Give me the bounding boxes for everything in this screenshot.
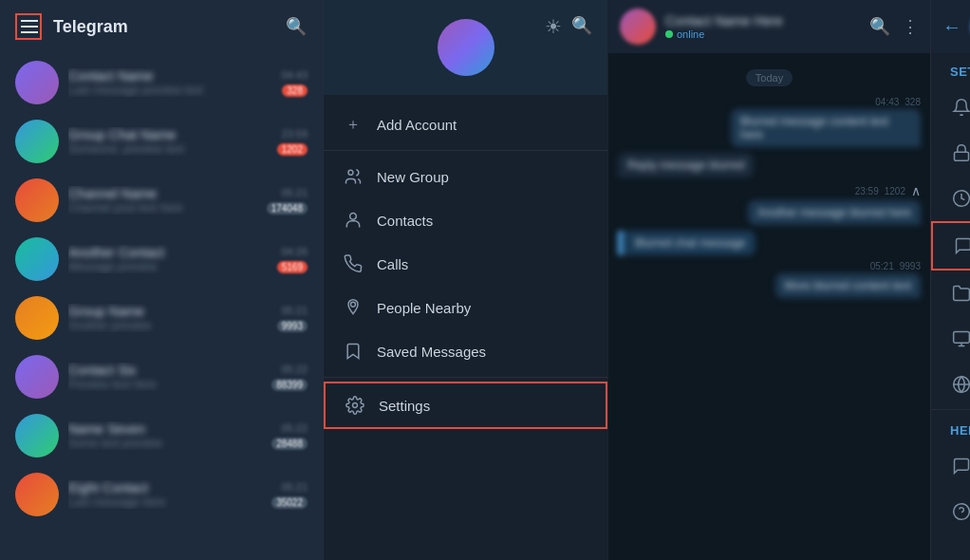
list-item[interactable]: Group Chat Name Someone: preview text 23…: [0, 112, 323, 171]
settings-item-folders[interactable]: Folders: [931, 271, 970, 316]
list-item[interactable]: Another Contact Message preview 04:26 51…: [0, 230, 323, 289]
chat-badge: 28488: [271, 438, 308, 450]
settings-section-title: Settings: [931, 53, 970, 84]
message-bubble-out: More blurred content text: [775, 273, 921, 298]
list-item[interactable]: Contact Six Preview text here 05:22 8839…: [0, 347, 323, 406]
brightness-icon[interactable]: ☀: [545, 15, 562, 38]
search-icon[interactable]: 🔍: [869, 16, 890, 37]
menu-item-add-account[interactable]: ＋ Add Account: [324, 103, 607, 146]
hamburger-line-2: [21, 26, 38, 28]
menu-item-label: Add Account: [377, 117, 457, 133]
chat-settings-icon: [952, 234, 970, 257]
menu-item-people-nearby[interactable]: People Nearby: [324, 286, 607, 329]
menu-item-settings[interactable]: Settings: [324, 382, 607, 429]
chat-badge: 174048: [267, 202, 308, 215]
list-item[interactable]: Eight Contact Last message here 05:21 35…: [0, 465, 323, 524]
settings-item-language[interactable]: Language: [931, 362, 970, 407]
menu-item-new-group[interactable]: New Group: [324, 155, 607, 198]
chat-name: Another Contact: [68, 245, 268, 260]
chat-meta: 04:26 5169: [277, 246, 308, 273]
settings-gear-icon: [345, 395, 365, 416]
message-bubble-out: Blurred message content text here: [731, 109, 921, 147]
message-bubble-out: Another message blurred here: [748, 200, 921, 225]
settings-item-ask-question[interactable]: Ask a Question: [931, 443, 970, 489]
panel4-header: ← Username Here 🔍 ⋮: [931, 0, 970, 53]
message-text: More blurred content text: [785, 279, 911, 292]
chat-meta: 05:22 28488: [271, 422, 308, 450]
chat-meta: 04:43 328: [281, 69, 308, 97]
folders-icon: [950, 282, 970, 305]
chat-preview: Channel post text here: [68, 201, 257, 215]
menu-item-label: People Nearby: [377, 300, 471, 316]
avatar: [15, 473, 59, 516]
chat-preview: Another preview: [68, 319, 268, 332]
search-icon[interactable]: 🔍: [285, 15, 308, 38]
chat-time: 05:22: [281, 422, 308, 434]
settings-item-privacy[interactable]: Privacy and Security: [931, 130, 970, 176]
chat-info: Contact Name Last message preview text: [68, 68, 271, 97]
search-icon[interactable]: 🔍: [571, 15, 592, 36]
settings-item-telegram-faq[interactable]: Telegram FAQ: [931, 489, 970, 534]
contact-status: online: [665, 28, 860, 40]
msg-timestamp: 05:21: [870, 261, 894, 271]
chat-time: 04:43: [281, 69, 308, 81]
chat-name: Eight Contact: [68, 480, 262, 495]
more-icon[interactable]: ⋮: [902, 16, 919, 37]
svg-point-0: [348, 170, 353, 175]
avatar: [15, 120, 59, 163]
devices-icon: [950, 327, 970, 350]
chat-preview: Some text preview: [68, 437, 262, 450]
list-item[interactable]: Contact Name Last message preview text 0…: [0, 53, 323, 112]
calls-icon: [343, 253, 364, 274]
contacts-icon: [343, 210, 364, 231]
menu-item-label: New Group: [377, 169, 449, 185]
chat-badge: 88399: [271, 379, 308, 391]
language-icon: [950, 373, 970, 396]
add-icon: ＋: [343, 114, 364, 135]
avatar: [15, 296, 59, 340]
chat-name: Name Seven: [68, 421, 262, 437]
chat-badge: 9993: [277, 320, 308, 332]
message-text: Blurred chat message: [627, 236, 746, 250]
chat-name: Group Chat Name: [68, 127, 268, 142]
back-button[interactable]: ←: [942, 16, 961, 38]
menu-item-contacts[interactable]: Contacts: [324, 198, 607, 242]
chat-info: Channel Name Channel post text here: [68, 186, 257, 215]
menu-item-saved-messages[interactable]: Saved Messages: [324, 329, 607, 373]
menu-item-label: Calls: [377, 256, 408, 272]
chat-badge: 1202: [277, 143, 308, 156]
contact-info: Contact Name Here online: [665, 13, 860, 40]
avatar: [15, 178, 59, 222]
list-item[interactable]: Name Seven Some text preview 05:22 28488: [0, 406, 323, 465]
settings-item-chat-settings[interactable]: Chat Settings: [931, 221, 970, 271]
panel2-header: ☀ 🔍: [324, 0, 607, 95]
avatar: [15, 237, 59, 281]
msg-group: Blurred chat message: [618, 231, 921, 255]
notifications-icon: [950, 96, 970, 119]
chat-list: Contact Name Last message preview text 0…: [0, 53, 323, 560]
menu-item-calls[interactable]: Calls: [324, 242, 607, 286]
privacy-lock-icon: [950, 141, 970, 164]
panel3-header: Contact Name Here online 🔍 ⋮: [608, 0, 930, 53]
online-indicator: [665, 30, 673, 38]
avatar: [15, 414, 59, 457]
settings-item-devices[interactable]: Devices: [931, 316, 970, 362]
chat-meta: 05:21 35022: [271, 481, 308, 509]
list-item[interactable]: Channel Name Channel post text here 05:2…: [0, 171, 323, 230]
contact-name: Contact Name Here: [665, 13, 860, 28]
chat-badge: 328: [282, 84, 308, 97]
help-section-title: Help: [931, 412, 970, 443]
list-item[interactable]: Group Name Another preview 05:21 9993: [0, 289, 323, 347]
conversation-panel: Contact Name Here online 🔍 ⋮ Today 04:43…: [607, 0, 930, 560]
avatar: [15, 355, 59, 399]
msg-group: 04:43 328 Blurred message content text h…: [618, 97, 921, 147]
message-bubble-in: Blurred chat message: [618, 231, 755, 255]
svg-point-1: [350, 214, 357, 220]
msg-group: Reply message blurred: [618, 153, 921, 177]
settings-item-data-storage[interactable]: Data and Storage: [931, 176, 970, 221]
settings-item-notifications[interactable]: Notifications and Sounds: [931, 84, 970, 130]
msg-group: 23:59 1202 ∧ Another message blurred her…: [618, 183, 921, 225]
chat-preview: Last message preview text: [68, 84, 271, 97]
hamburger-menu-button[interactable]: [15, 13, 42, 40]
menu-item-label: Settings: [379, 398, 430, 414]
